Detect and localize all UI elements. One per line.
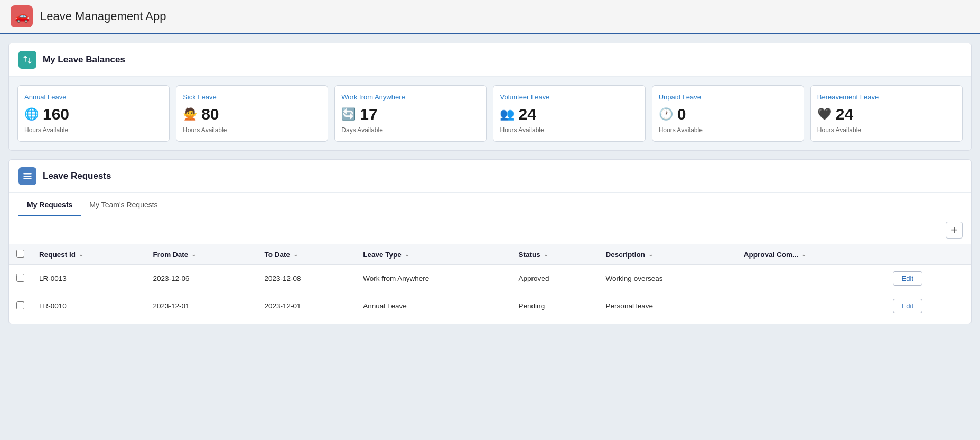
balance-icon-sick-leave: 🙅: [183, 107, 197, 121]
tab-team-requests[interactable]: My Team's Requests: [81, 193, 166, 216]
car-icon: 🚗: [15, 10, 29, 23]
row-edit-cell-0: Edit: [885, 265, 971, 292]
balance-unit-unpaid-leave: Hours Available: [659, 126, 703, 134]
th-from-date: From Date⌄: [145, 244, 257, 265]
row-from-date-1: 2023-12-01: [145, 292, 257, 320]
balance-row-sick-leave: 🙅 80: [183, 105, 219, 123]
row-leave-type-1: Annual Leave: [356, 292, 511, 320]
transfer-icon: [22, 54, 33, 65]
leave-requests-header: Leave Requests: [9, 160, 971, 193]
main-content: My Leave Balances Annual Leave 🌐 160 Hou…: [0, 34, 980, 333]
sort-icon-to-date[interactable]: ⌄: [293, 251, 298, 258]
app-header: 🚗 Leave Management App: [0, 0, 980, 34]
th-request-id: Request Id⌄: [32, 244, 145, 265]
row-to-date-0: 2023-12-08: [257, 265, 356, 292]
balance-row-annual-leave: 🌐 160: [24, 105, 69, 123]
balance-card-annual-leave[interactable]: Annual Leave 🌐 160 Hours Available: [17, 85, 170, 142]
balance-icon-volunteer-leave: 👥: [500, 107, 514, 121]
table-header-row: Request Id⌄From Date⌄To Date⌄Leave Type⌄…: [9, 244, 971, 265]
table-head: Request Id⌄From Date⌄To Date⌄Leave Type⌄…: [9, 244, 971, 265]
balance-label-unpaid-leave: Unpaid Leave: [659, 93, 701, 101]
th-label-to-date: To Date: [265, 251, 291, 259]
balance-unit-volunteer-leave: Hours Available: [500, 126, 544, 134]
sort-icon-description[interactable]: ⌄: [648, 251, 653, 258]
row-request-id-0: LR-0013: [32, 265, 145, 292]
header-checkbox-cell: [9, 244, 32, 265]
th-status: Status⌄: [511, 244, 599, 265]
row-from-date-0: 2023-12-06: [145, 265, 257, 292]
balance-value-bereavement-leave: 24: [836, 105, 853, 123]
list-icon: [23, 171, 32, 181]
balance-card-volunteer-leave[interactable]: Volunteer Leave 👥 24 Hours Available: [493, 85, 645, 142]
select-all-checkbox[interactable]: [16, 250, 24, 258]
leave-balances-section: My Leave Balances Annual Leave 🌐 160 Hou…: [8, 43, 972, 151]
row-description-1: Personal leave: [599, 292, 736, 320]
requests-table: Request Id⌄From Date⌄To Date⌄Leave Type⌄…: [9, 244, 971, 319]
th-label-leave-type: Leave Type: [363, 251, 402, 259]
th-description: Description⌄: [599, 244, 736, 265]
balance-label-annual-leave: Annual Leave: [24, 93, 67, 101]
balance-unit-annual-leave: Hours Available: [24, 126, 68, 134]
balance-unit-bereavement-leave: Hours Available: [817, 126, 861, 134]
th-edit-actions: [885, 244, 971, 265]
sort-icon-approval-comment[interactable]: ⌄: [801, 251, 806, 258]
row-checkbox-cell-1: [9, 292, 32, 320]
table-wrapper: Request Id⌄From Date⌄To Date⌄Leave Type⌄…: [9, 244, 971, 324]
row-leave-type-0: Work from Anywhere: [356, 265, 511, 292]
th-label-from-date: From Date: [153, 251, 188, 259]
th-label-approval-comment: Approval Com...: [744, 251, 799, 259]
row-request-id-1: LR-0010: [32, 292, 145, 320]
leave-requests-body: My RequestsMy Team's Requests + Request …: [9, 193, 971, 324]
th-label-description: Description: [606, 251, 645, 259]
balances-section-title: My Leave Balances: [43, 54, 125, 65]
add-request-button[interactable]: +: [946, 222, 963, 239]
row-approval-comment-1: [736, 292, 885, 320]
balances-header-icon: [18, 51, 36, 69]
app-header-icon: 🚗: [11, 5, 33, 28]
sort-icon-status[interactable]: ⌄: [544, 251, 548, 258]
row-checkbox-cell-0: [9, 265, 32, 292]
balance-unit-sick-leave: Hours Available: [183, 126, 227, 134]
balance-value-work-from-anywhere: 17: [360, 105, 377, 123]
row-checkbox-1[interactable]: [16, 301, 24, 309]
balance-row-work-from-anywhere: 🔄 17: [341, 105, 377, 123]
balance-card-sick-leave[interactable]: Sick Leave 🙅 80 Hours Available: [176, 85, 328, 142]
balance-icon-annual-leave: 🌐: [24, 107, 39, 121]
balance-icon-bereavement-leave: 🖤: [817, 107, 832, 121]
sort-icon-leave-type[interactable]: ⌄: [405, 251, 409, 258]
balance-card-bereavement-leave[interactable]: Bereavement Leave 🖤 24 Hours Available: [810, 85, 963, 142]
th-label-status: Status: [519, 251, 540, 259]
table-body: LR-0013 2023-12-06 2023-12-08 Work from …: [9, 265, 971, 320]
sort-icon-request-id[interactable]: ⌄: [79, 251, 83, 258]
row-to-date-1: 2023-12-01: [257, 292, 356, 320]
balance-unit-work-from-anywhere: Days Available: [341, 126, 383, 134]
th-leave-type: Leave Type⌄: [356, 244, 511, 265]
balance-label-work-from-anywhere: Work from Anywhere: [341, 93, 405, 101]
row-description-0: Working overseas: [599, 265, 736, 292]
table-row: LR-0013 2023-12-06 2023-12-08 Work from …: [9, 265, 971, 292]
balance-icon-unpaid-leave: 🕐: [659, 107, 673, 121]
balance-label-bereavement-leave: Bereavement Leave: [817, 93, 879, 101]
balance-value-volunteer-leave: 24: [518, 105, 536, 123]
th-label-request-id: Request Id: [39, 251, 76, 259]
balance-icon-work-from-anywhere: 🔄: [341, 107, 356, 121]
balance-value-sick-leave: 80: [201, 105, 219, 123]
balance-card-unpaid-leave[interactable]: Unpaid Leave 🕐 0 Hours Available: [652, 85, 804, 142]
balance-value-unpaid-leave: 0: [677, 105, 686, 123]
leave-balances-header: My Leave Balances: [9, 43, 971, 77]
edit-button-1[interactable]: Edit: [893, 299, 922, 313]
balance-row-volunteer-leave: 👥 24: [500, 105, 536, 123]
tab-my-requests[interactable]: My Requests: [18, 193, 81, 216]
app-title: Leave Management App: [40, 10, 166, 23]
edit-button-0[interactable]: Edit: [893, 271, 922, 286]
balance-card-work-from-anywhere[interactable]: Work from Anywhere 🔄 17 Days Available: [334, 85, 487, 142]
balance-value-annual-leave: 160: [43, 105, 69, 123]
row-checkbox-0[interactable]: [16, 274, 24, 282]
balance-row-unpaid-leave: 🕐 0: [659, 105, 686, 123]
row-approval-comment-0: [736, 265, 885, 292]
leave-requests-section: Leave Requests My RequestsMy Team's Requ…: [8, 159, 972, 324]
balance-label-sick-leave: Sick Leave: [183, 93, 217, 101]
th-to-date: To Date⌄: [257, 244, 356, 265]
row-edit-cell-1: Edit: [885, 292, 971, 320]
sort-icon-from-date[interactable]: ⌄: [191, 251, 196, 258]
